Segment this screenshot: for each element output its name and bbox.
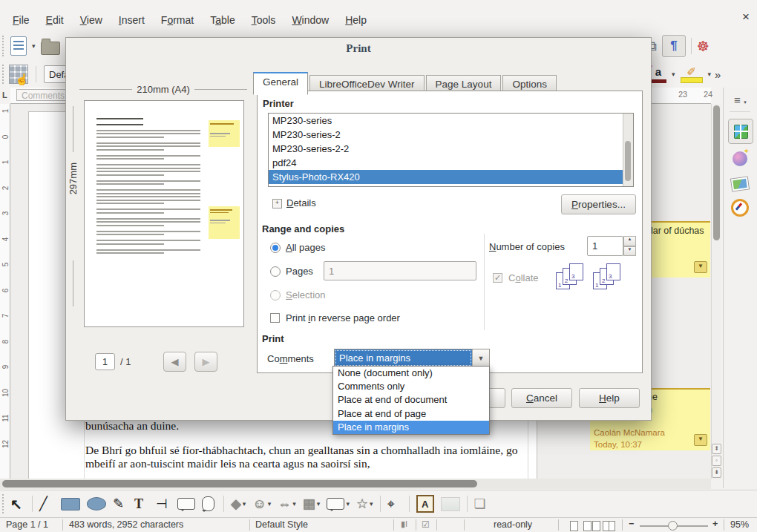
comment-menu-button[interactable]: ▼ <box>694 434 707 446</box>
vertical-scrollbar-thumb[interactable] <box>713 105 720 240</box>
preview-page-field[interactable]: 1 <box>95 353 115 370</box>
status-page-number[interactable]: Page 1 / 1 <box>6 519 48 530</box>
dropdown-option[interactable]: Place at end of page <box>333 407 489 421</box>
toolbar-drag-handle[interactable] <box>2 36 4 56</box>
dropdown-option[interactable]: Place at end of document <box>333 393 489 407</box>
dropdown-option[interactable]: Place in margins <box>333 421 489 434</box>
points-icon[interactable]: ⌖ <box>387 497 402 510</box>
dropdown-option[interactable]: None (document only) <box>333 367 489 380</box>
highlight-color-icon[interactable]: ✐ <box>679 65 704 83</box>
help-button[interactable]: Help <box>579 388 640 408</box>
zoom-out-icon[interactable]: − <box>629 519 634 529</box>
menu-tools[interactable]: Tools <box>243 12 284 28</box>
block-arrows-icon[interactable]: ⇔▾ <box>278 497 296 510</box>
select-icon[interactable]: ↖ <box>10 497 25 511</box>
preview-back-button[interactable]: ◀ <box>163 352 186 372</box>
printer-list-item[interactable]: Stylus-Photo-RX420 <box>269 170 633 184</box>
callout-icon[interactable] <box>177 498 195 510</box>
all-pages-radio[interactable] <box>270 243 281 253</box>
previous-page-button[interactable]: ⇞ <box>712 444 721 454</box>
stars-icon[interactable]: ☆▾ <box>356 497 373 510</box>
basic-shapes-icon[interactable]: ◆▾ <box>231 497 246 510</box>
sidebar-tab-gallery[interactable] <box>731 175 749 193</box>
menu-insert[interactable]: Insert <box>111 12 153 28</box>
all-pages-label[interactable]: All pages <box>286 242 325 253</box>
fontwork-icon[interactable]: A <box>416 495 434 513</box>
copies-label[interactable]: Number of copies <box>489 241 565 252</box>
window-close-icon[interactable]: × <box>742 10 750 23</box>
sidebar-settings-icon[interactable]: ≡ <box>734 93 741 106</box>
dropdown-option[interactable]: Comments only <box>333 380 489 393</box>
zoom-percentage[interactable]: 95% <box>730 519 749 530</box>
copies-input[interactable]: 1 <box>587 236 623 256</box>
rectangle-icon[interactable] <box>61 498 80 510</box>
sidebar-tab-navigator[interactable] <box>731 199 749 217</box>
reverse-order-label[interactable]: Print in reverse page order <box>286 312 400 324</box>
cancel-button[interactable]: Cancel <box>511 388 572 408</box>
horizontal-scrollbar-thumb[interactable] <box>2 480 477 487</box>
horizontal-scrollbar[interactable] <box>0 479 711 489</box>
toolbar-overflow-icon[interactable]: » <box>715 68 721 81</box>
pages-radio[interactable] <box>270 266 281 277</box>
menu-format[interactable]: Format <box>153 12 202 28</box>
ellipse-icon[interactable] <box>87 497 106 510</box>
comment-menu-button[interactable]: ▼ <box>694 261 707 273</box>
menu-file[interactable]: File <box>4 12 38 28</box>
flowchart-icon[interactable]: ▦▾ <box>303 497 321 510</box>
printer-list-item[interactable]: MP230-series-2 <box>269 128 633 142</box>
printer-list-scrollbar[interactable] <box>623 114 633 186</box>
reverse-order-checkbox[interactable] <box>270 313 280 323</box>
status-word-count[interactable]: 483 words, 2952 characters <box>69 519 183 530</box>
book-view-icon[interactable] <box>603 520 615 531</box>
pages-input[interactable]: 1 <box>324 261 476 280</box>
zoom-slider-handle[interactable] <box>668 521 678 531</box>
details-label[interactable]: Details <box>286 197 316 208</box>
callout-shapes-icon[interactable]: ▾ <box>327 498 350 510</box>
copies-spinner[interactable]: ▲▼ <box>623 236 636 256</box>
sidebar-tab-styles[interactable] <box>731 150 749 168</box>
single-page-view-icon[interactable] <box>570 520 578 531</box>
tab-general[interactable]: General <box>253 72 308 95</box>
basic-shapes-dropdown-icon[interactable]: ▾ <box>243 500 246 508</box>
pages-label[interactable]: Pages <box>286 266 313 277</box>
flowchart-dropdown-icon[interactable]: ▾ <box>317 500 321 508</box>
vertical-callout-icon[interactable] <box>202 496 217 511</box>
comments-combobox[interactable]: Place in margins ▼ <box>334 349 490 367</box>
navigation-button[interactable]: ◦ <box>712 456 721 466</box>
sidebar-tab-properties[interactable] <box>728 119 753 144</box>
new-document-dropdown-icon[interactable]: ▾ <box>32 42 36 50</box>
font-color-dropdown-icon[interactable]: ▾ <box>672 70 675 78</box>
vertical-scrollbar[interactable]: ⇞ ◦ ⇟ <box>711 104 721 479</box>
menu-help[interactable]: Help <box>337 12 375 28</box>
printer-list-item[interactable]: MP230-series-2-2 <box>269 142 633 156</box>
new-document-icon[interactable] <box>10 36 27 56</box>
menu-view[interactable]: View <box>72 12 111 28</box>
callout-shapes-dropdown-icon[interactable]: ▾ <box>346 500 350 508</box>
text-icon[interactable]: T <box>134 497 149 510</box>
tabstop-corner[interactable]: L <box>2 91 7 99</box>
toolbar-drag-handle[interactable] <box>2 65 4 83</box>
textbox-icon[interactable]: ⊣ <box>156 497 171 510</box>
curve-icon[interactable]: ✎ <box>113 497 128 510</box>
menu-window[interactable]: Window <box>284 12 337 28</box>
symbol-shapes-icon[interactable]: ☺▾ <box>252 497 271 510</box>
highlight-dropdown-icon[interactable]: ▾ <box>708 70 712 78</box>
printer-list-item[interactable]: pdf24 <box>269 156 633 170</box>
next-page-button[interactable]: ⇟ <box>712 467 721 478</box>
stars-dropdown-icon[interactable]: ▾ <box>370 500 373 508</box>
selection-mode-icon[interactable]: ▮I <box>401 519 407 529</box>
help-lifesaver-icon[interactable]: ☸ <box>697 38 710 55</box>
toolbar-drag-handle[interactable] <box>2 494 4 513</box>
symbol-shapes-dropdown-icon[interactable]: ▾ <box>268 500 272 508</box>
comments-combobox-value[interactable]: Place in margins <box>335 349 472 367</box>
menu-table[interactable]: Table <box>202 12 243 28</box>
combobox-dropdown-icon[interactable]: ▼ <box>472 349 489 367</box>
details-expander-icon[interactable]: + <box>272 199 282 208</box>
menu-edit[interactable]: Edit <box>38 12 72 28</box>
apply-style-grid-icon[interactable] <box>9 65 28 84</box>
signature-icon[interactable]: ☑ <box>422 519 430 530</box>
line-icon[interactable]: ╱ <box>39 497 54 510</box>
comments-dropdown-label[interactable]: Comments <box>267 353 314 364</box>
preview-forward-button[interactable]: ▶ <box>194 352 217 372</box>
properties-button[interactable]: Properties... <box>561 194 636 214</box>
